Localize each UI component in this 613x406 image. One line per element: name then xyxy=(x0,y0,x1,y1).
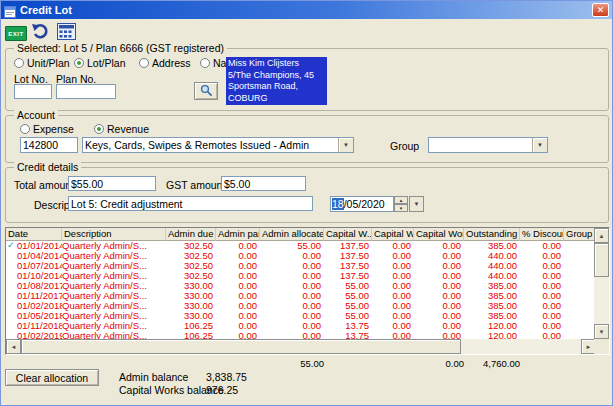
description-input[interactable] xyxy=(68,196,313,211)
undo-button[interactable] xyxy=(29,23,51,43)
table-cell: 01/11/2017 xyxy=(6,291,62,301)
table-cell: 0.00 xyxy=(520,251,564,261)
clear-allocation-label: Clear allocation xyxy=(16,372,88,384)
column-header[interactable]: Capital Works all... xyxy=(414,228,464,241)
scroll-up-button[interactable]: ▲ xyxy=(594,228,609,243)
table-cell: 0.00 xyxy=(520,311,564,321)
column-header[interactable]: Date xyxy=(6,228,62,241)
selected-group-legend: Selected: Lot 5 / Plan 6666 (GST registe… xyxy=(14,42,227,54)
radio-revenue[interactable]: Revenue xyxy=(94,123,149,135)
table-row[interactable]: 01/05/2018Quarterly Admin/S...330.000.00… xyxy=(6,311,596,321)
table-body: ✓01/01/2014Quarterly Admin/S...302.500.0… xyxy=(6,241,596,341)
scroll-left-icon: ◄ xyxy=(11,344,17,350)
table-cell: Quarterly Admin/S... xyxy=(62,261,166,271)
table-cell xyxy=(564,251,596,261)
table-cell: ✓01/01/2014 xyxy=(6,241,62,251)
column-header[interactable]: Outstanding xyxy=(464,228,520,241)
credit-lot-window: Credit Lot ✕ EXIT Selected: Lot 5 / Plan… xyxy=(0,0,613,406)
chevron-down-icon[interactable]: ▼ xyxy=(338,138,353,152)
scroll-left-button[interactable]: ◄ xyxy=(6,339,21,354)
table-cell: 0.00 xyxy=(414,321,464,331)
window-icon xyxy=(4,4,16,16)
close-icon: ✕ xyxy=(597,5,605,15)
column-header[interactable]: Admin allocated xyxy=(260,228,324,241)
scroll-down-button[interactable]: ▼ xyxy=(594,324,609,339)
calculator-button[interactable] xyxy=(55,23,77,43)
group-label: Group xyxy=(390,140,419,152)
table-cell: 330.00 xyxy=(166,281,216,291)
table-cell: 440.00 xyxy=(464,271,520,281)
table-cell: 0.00 xyxy=(260,301,324,311)
table-cell: 01/10/2014 xyxy=(6,271,62,281)
account-select[interactable]: Keys, Cards, Swipes & Remotes Issued - A… xyxy=(82,137,354,153)
table-row[interactable]: 01/10/2014Quarterly Admin/S...302.500.00… xyxy=(6,271,596,281)
credit-details-group: Credit details Total amount GST amount D… xyxy=(5,167,609,223)
chevron-down-icon[interactable]: ▼ xyxy=(532,138,547,152)
spin-down-button[interactable]: ▼ xyxy=(394,204,408,212)
date-rest: /05/2020 xyxy=(344,198,385,210)
date-dropdown-button[interactable]: ▼ xyxy=(409,196,424,212)
table-cell: 55.00 xyxy=(260,241,324,251)
column-header[interactable]: % Discount xyxy=(520,228,564,241)
total-outstanding: 4,760.00 xyxy=(464,358,520,369)
column-header[interactable]: Group xyxy=(564,228,596,241)
clear-allocation-button[interactable]: Clear allocation xyxy=(5,369,99,386)
column-header[interactable]: Admin due xyxy=(166,228,216,241)
spin-up-button[interactable]: ▲ xyxy=(394,196,408,204)
radio-lot-plan[interactable]: Lot/Plan xyxy=(74,57,126,69)
date-picker[interactable]: 18/05/2020 ▲ ▼ ▼ xyxy=(330,196,424,212)
account-code-input[interactable] xyxy=(20,137,78,153)
lot-no-input[interactable] xyxy=(14,84,52,99)
table-cell: 120.00 xyxy=(464,321,520,331)
table-cell: 01/07/2014 xyxy=(6,261,62,271)
table-row[interactable]: 01/08/2017Quarterly Admin/S...330.000.00… xyxy=(6,281,596,291)
radio-icon xyxy=(139,58,149,68)
total-amount-input[interactable] xyxy=(68,176,156,191)
column-header[interactable]: Capital W... xyxy=(372,228,414,241)
horizontal-scrollbar[interactable]: ◄ ► xyxy=(6,339,596,354)
gst-amount-label: GST amount xyxy=(166,179,225,191)
allocation-table: DateDescriptionAdmin dueAdmin paidAdmin … xyxy=(5,227,610,355)
exit-button[interactable]: EXIT xyxy=(5,23,27,43)
radio-unit-plan[interactable]: Unit/Plan xyxy=(14,57,70,69)
table-cell: 0.00 xyxy=(216,251,260,261)
table-cell xyxy=(564,261,596,271)
table-cell xyxy=(564,311,596,321)
table-cell: 385.00 xyxy=(464,281,520,291)
date-value[interactable]: 18/05/2020 xyxy=(330,196,394,212)
column-header[interactable]: Admin paid xyxy=(216,228,260,241)
scroll-down-icon: ▼ xyxy=(599,329,605,335)
gst-amount-input[interactable] xyxy=(221,176,306,191)
table-cell: 0.00 xyxy=(520,271,564,281)
table-cell: 330.00 xyxy=(166,291,216,301)
table-row[interactable]: 01/02/2018Quarterly Admin/S...330.000.00… xyxy=(6,301,596,311)
radio-icon xyxy=(14,58,24,68)
horizontal-scroll-thumb[interactable] xyxy=(21,339,461,354)
table-cell: Quarterly Admin/S... xyxy=(62,271,166,281)
table-row[interactable]: 01/11/2018Quarterly Admin/S...106.250.00… xyxy=(6,321,596,331)
account-group-legend: Account xyxy=(14,109,58,121)
table-cell: 0.00 xyxy=(414,281,464,291)
radio-address[interactable]: Address xyxy=(139,57,191,69)
table-row[interactable]: 01/07/2014Quarterly Admin/S...302.500.00… xyxy=(6,261,596,271)
plan-no-input[interactable] xyxy=(56,84,116,99)
vertical-scrollbar[interactable]: ▲ ▼ xyxy=(594,228,609,339)
group-select[interactable]: ▼ xyxy=(428,137,548,153)
table-cell xyxy=(564,281,596,291)
table-row[interactable]: ✓01/01/2014Quarterly Admin/S...302.500.0… xyxy=(6,241,596,251)
table-cell: 302.50 xyxy=(166,251,216,261)
table-row[interactable]: 01/11/2017Quarterly Admin/S...330.000.00… xyxy=(6,291,596,301)
admin-balance-value: 3,838.75 xyxy=(206,371,247,383)
table-cell: 01/08/2017 xyxy=(6,281,62,291)
column-header[interactable]: Capital W... xyxy=(324,228,372,241)
column-header[interactable]: Description xyxy=(62,228,166,241)
titlebar[interactable]: Credit Lot ✕ xyxy=(1,1,612,19)
radio-expense[interactable]: Expense xyxy=(20,123,74,135)
table-row[interactable]: 01/04/2014Quarterly Admin/S...302.500.00… xyxy=(6,251,596,261)
scroll-right-icon: ► xyxy=(586,344,592,350)
total-admin-allocated: 55.00 xyxy=(260,358,324,369)
table-header: DateDescriptionAdmin dueAdmin paidAdmin … xyxy=(6,228,596,241)
close-button[interactable]: ✕ xyxy=(592,3,609,17)
search-button[interactable] xyxy=(194,82,218,100)
vertical-scroll-thumb[interactable] xyxy=(594,243,609,277)
